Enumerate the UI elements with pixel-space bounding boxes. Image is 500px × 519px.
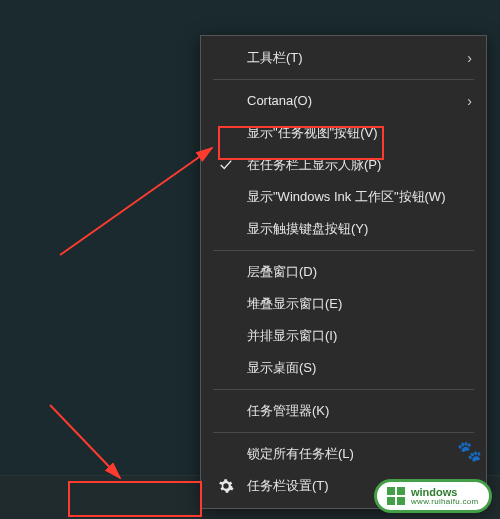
menu-item-label: 在任务栏上显示人脉(P) — [247, 149, 381, 181]
submenu-arrow-icon: › — [467, 42, 472, 74]
menu-item-label: 任务栏设置(T) — [247, 470, 329, 502]
menu-item-label: 显示桌面(S) — [247, 352, 316, 384]
check-icon — [215, 149, 237, 181]
menu-item-task-manager[interactable]: 任务管理器(K) — [201, 395, 486, 427]
menu-separator — [213, 432, 474, 433]
menu-item-stacked[interactable]: 堆叠显示窗口(E) — [201, 288, 486, 320]
menu-item-label: 锁定所有任务栏(L) — [247, 438, 354, 470]
gear-icon — [215, 470, 237, 502]
menu-separator — [213, 79, 474, 80]
menu-item-label: 层叠窗口(D) — [247, 256, 317, 288]
screenshot-canvas: 工具栏(T) › Cortana(O) › 显示"任务视图"按钮(V) 在任务栏… — [0, 0, 500, 519]
menu-item-label: 显示触摸键盘按钮(Y) — [247, 213, 368, 245]
menu-item-taskbar-settings[interactable]: 任务栏设置(T) — [201, 470, 486, 502]
menu-item-show-desktop[interactable]: 显示桌面(S) — [201, 352, 486, 384]
menu-item-label: Cortana(O) — [247, 85, 312, 117]
menu-item-people[interactable]: 在任务栏上显示人脉(P) — [201, 149, 486, 181]
menu-item-lock-taskbars[interactable]: 锁定所有任务栏(L) — [201, 438, 486, 470]
menu-item-toolbars[interactable]: 工具栏(T) › — [201, 42, 486, 74]
menu-item-label: 显示"任务视图"按钮(V) — [247, 117, 378, 149]
menu-item-label: 任务管理器(K) — [247, 395, 329, 427]
menu-item-sidebyside[interactable]: 并排显示窗口(I) — [201, 320, 486, 352]
menu-item-cascade[interactable]: 层叠窗口(D) — [201, 256, 486, 288]
menu-item-label: 并排显示窗口(I) — [247, 320, 337, 352]
taskbar-context-menu: 工具栏(T) › Cortana(O) › 显示"任务视图"按钮(V) 在任务栏… — [200, 35, 487, 509]
menu-separator — [213, 389, 474, 390]
menu-item-label: 显示"Windows Ink 工作区"按钮(W) — [247, 181, 445, 213]
menu-item-touch-keyboard[interactable]: 显示触摸键盘按钮(Y) — [201, 213, 486, 245]
menu-item-label: 堆叠显示窗口(E) — [247, 288, 342, 320]
menu-item-ink-workspace[interactable]: 显示"Windows Ink 工作区"按钮(W) — [201, 181, 486, 213]
menu-item-cortana[interactable]: Cortana(O) › — [201, 85, 486, 117]
menu-item-label: 工具栏(T) — [247, 42, 303, 74]
submenu-arrow-icon: › — [467, 85, 472, 117]
menu-separator — [213, 250, 474, 251]
menu-item-taskview-button[interactable]: 显示"任务视图"按钮(V) — [201, 117, 486, 149]
